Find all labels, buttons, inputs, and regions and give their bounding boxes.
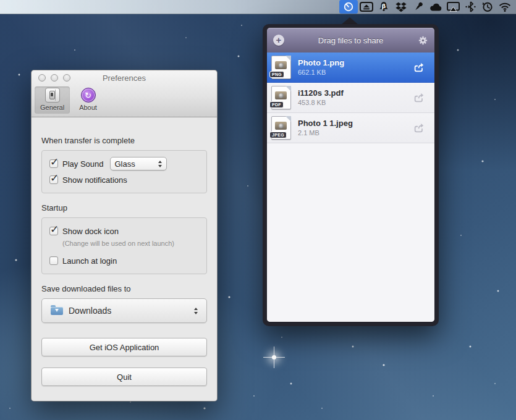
share-button[interactable] — [411, 91, 427, 104]
show-notifications-checkbox[interactable] — [49, 175, 58, 184]
arrow-up-icon — [194, 308, 198, 310]
play-sound-label: Play Sound — [62, 159, 104, 169]
preferences-toolbar: General ↻ About — [32, 86, 217, 117]
tab-about-label: About — [79, 104, 97, 111]
arrow-down-icon — [194, 312, 198, 314]
window-title: Preferences — [103, 74, 146, 83]
file-type-icon: PNG — [271, 56, 291, 79]
launch-at-login-row: Launch at login — [49, 253, 199, 269]
save-section-label: Save downloaded files to — [41, 284, 207, 293]
window-chrome: Preferences General ↻ About — [32, 70, 217, 117]
file-name: i1120s 3.pdf — [298, 88, 411, 98]
sound-select-value: Glass — [115, 159, 135, 169]
page-fold — [285, 116, 291, 122]
stepper-arrows-icon — [194, 308, 198, 314]
file-info: Photo 1 1.jpeg 2.1 MB — [298, 119, 411, 137]
upload-timer-icon[interactable] — [339, 0, 358, 14]
file-name: Photo 1.png — [298, 58, 411, 68]
tab-general[interactable]: General — [35, 86, 70, 114]
file-info: i1120s 3.pdf 453.8 KB — [298, 88, 411, 107]
time-machine-icon[interactable] — [479, 0, 496, 14]
menu-bar: β — [0, 0, 516, 14]
file-row-photo-1-png[interactable]: PNG Photo 1.png 662.1 KB — [267, 52, 434, 83]
wallpaper-bright-star — [272, 355, 276, 359]
dock-change-hint: (Change will be used on next launch) — [62, 239, 199, 248]
zoom-button[interactable] — [63, 74, 70, 82]
transfer-section-label: When transfer is complete — [41, 136, 207, 145]
save-folder-select[interactable]: Downloads — [41, 298, 207, 323]
about-swirl-icon: ↻ — [81, 88, 96, 103]
transfer-groupbox: Play Sound Glass Show notifications — [41, 150, 207, 193]
file-type-icon: PDF — [271, 86, 291, 109]
file-size: 662.1 KB — [298, 68, 411, 77]
show-notifications-label: Show notifications — [62, 175, 127, 185]
eject-drawer-icon[interactable] — [358, 0, 375, 14]
show-dock-icon-row: Show dock icon — [49, 223, 199, 239]
popover-header: + Drag files to share — [267, 28, 434, 52]
photo-thumbnail — [275, 61, 287, 69]
photo-thumbnail — [275, 122, 287, 130]
launch-at-login-label: Launch at login — [62, 256, 117, 266]
traffic-lights — [38, 74, 70, 82]
settings-gear-button[interactable] — [417, 35, 428, 46]
close-button[interactable] — [38, 74, 46, 82]
save-folder-value: Downloads — [69, 306, 111, 316]
get-ios-application-button[interactable]: Get iOS Application — [41, 338, 207, 356]
wifi-icon[interactable] — [496, 0, 514, 14]
sound-select[interactable]: Glass — [110, 157, 167, 170]
show-notifications-row: Show notifications — [49, 172, 199, 188]
airplay-display-icon[interactable] — [444, 0, 462, 14]
arrow-up-icon — [158, 161, 162, 163]
page-fold — [285, 56, 291, 61]
startup-section-label: Startup — [41, 203, 207, 212]
menu-bar-status-icons: β — [339, 0, 516, 14]
popover-frame: + Drag files to share — [263, 24, 439, 326]
popover-title: Drag files to share — [284, 36, 417, 45]
file-info: Photo 1.png 662.1 KB — [298, 58, 411, 77]
svg-text:β: β — [382, 2, 386, 9]
share-button[interactable] — [411, 121, 427, 135]
title-bar[interactable]: Preferences — [32, 70, 217, 86]
startup-groupbox: Show dock icon (Change will be used on n… — [41, 217, 207, 274]
file-type-icon: JPEG — [271, 116, 291, 140]
file-size: 453.8 KB — [298, 98, 411, 107]
share-button[interactable] — [411, 61, 427, 74]
dropbox-icon[interactable] — [392, 0, 410, 14]
downloads-folder-icon — [51, 307, 63, 315]
preferences-content: When transfer is complete Play Sound Gla… — [32, 117, 217, 386]
stepper-arrows-icon — [158, 161, 162, 167]
add-file-button[interactable]: + — [273, 35, 284, 46]
file-list-empty-area[interactable] — [267, 143, 434, 322]
cloud-icon[interactable] — [427, 0, 444, 14]
tab-about[interactable]: ↻ About — [74, 86, 103, 114]
pushpin-icon[interactable] — [410, 0, 427, 14]
tab-general-label: General — [40, 104, 64, 111]
switch-knob — [49, 91, 55, 99]
show-dock-icon-label: Show dock icon — [62, 227, 119, 236]
switch-icon — [45, 88, 60, 103]
bluetooth-icon[interactable] — [462, 0, 479, 14]
arrow-down-icon — [158, 165, 162, 167]
launch-at-login-checkbox[interactable] — [49, 256, 58, 265]
play-sound-row: Play Sound Glass — [49, 156, 199, 172]
play-sound-checkbox[interactable] — [49, 159, 58, 168]
file-row-i1120s-3-pdf[interactable]: PDF i1120s 3.pdf 453.8 KB — [267, 83, 434, 113]
file-name: Photo 1 1.jpeg — [298, 119, 411, 128]
file-type-badge: JPEG — [269, 132, 287, 138]
show-dock-icon-checkbox[interactable] — [49, 227, 58, 235]
file-row-photo-1-1-jpeg[interactable]: JPEG Photo 1 1.jpeg 2.1 MB — [267, 113, 434, 143]
share-popover: + Drag files to share — [263, 24, 439, 326]
file-size: 2.1 MB — [298, 128, 411, 137]
file-list: PNG Photo 1.png 662.1 KB — [267, 52, 434, 322]
photo-thumbnail — [275, 91, 287, 99]
preferences-window: Preferences General ↻ About When transfe… — [31, 70, 218, 401]
file-type-badge: PDF — [269, 101, 284, 108]
file-type-badge: PNG — [269, 71, 284, 78]
quit-button[interactable]: Quit — [41, 368, 207, 386]
minimize-button[interactable] — [51, 74, 58, 82]
beta-bell-icon[interactable]: β — [375, 0, 392, 14]
page-fold — [285, 86, 291, 91]
